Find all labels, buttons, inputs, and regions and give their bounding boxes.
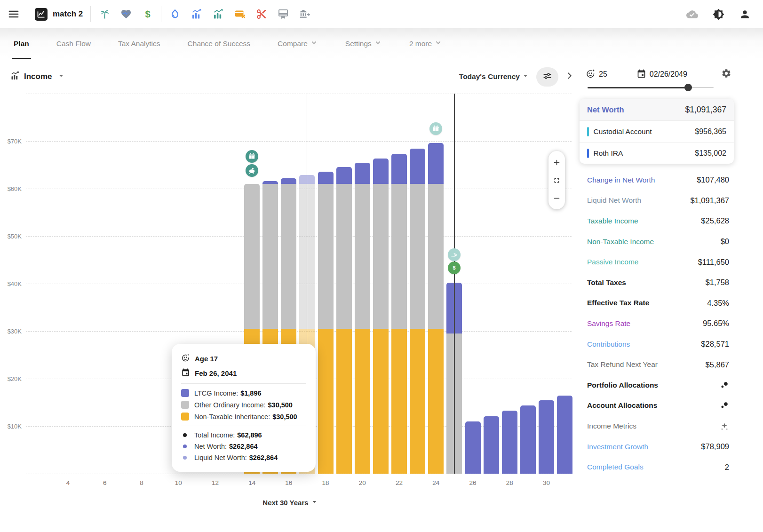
event-gift-icon[interactable] — [246, 150, 258, 163]
bar-age-21-ordinary[interactable] — [373, 184, 389, 329]
toolbar-divider — [161, 6, 161, 22]
chart-filters-button[interactable] — [536, 67, 558, 87]
chart-growth-icon[interactable] — [212, 8, 224, 20]
bar-age-31-ltcg[interactable] — [557, 396, 572, 474]
stat-row-income-metrics[interactable]: Income Metrics — [587, 416, 729, 437]
bar-age-16-ltcg[interactable] — [281, 178, 296, 184]
tab-2-more[interactable]: 2 more — [396, 28, 456, 59]
tab-settings[interactable]: Settings — [332, 28, 396, 59]
bar-age-21-ltcg[interactable] — [373, 159, 389, 184]
account-row[interactable]: Roth IRA$135,002 — [580, 143, 734, 164]
bar-age-22-inheritance[interactable] — [391, 329, 407, 474]
total-dot — [183, 456, 187, 460]
bubble-chart-icon[interactable] — [720, 381, 729, 390]
bar-age-22-ltcg[interactable] — [391, 154, 407, 184]
metric-selector[interactable]: Income — [10, 71, 66, 82]
bar-age-23-ordinary[interactable] — [410, 184, 425, 329]
bar-age-20-ltcg[interactable] — [355, 163, 370, 183]
bar-age-18-inheritance[interactable] — [318, 329, 334, 474]
palm-tree-icon[interactable] — [98, 8, 110, 20]
stat-row-effective-tax-rate[interactable]: Effective Tax Rate4.35% — [587, 293, 729, 314]
account-row[interactable]: Custodial Account$956,365 — [580, 121, 734, 143]
net-worth-header-row[interactable]: Net Worth $1,091,367 — [580, 99, 734, 121]
water-drop-icon[interactable] — [169, 8, 181, 20]
fullscreen-button[interactable] — [552, 175, 562, 185]
net-worth-title: Net Worth — [587, 105, 624, 114]
stat-row-portfolio-allocations[interactable]: Portfolio Allocations — [587, 375, 729, 396]
chart-growth-icon[interactable] — [191, 8, 202, 20]
bar-age-27-ltcg[interactable] — [484, 416, 499, 474]
event-piggy-bank-icon[interactable] — [246, 164, 258, 177]
date-display[interactable]: 02/26/2049 — [636, 69, 687, 80]
stat-row-tax-refund-next-year[interactable]: Tax Refund Next Year$5,867 — [587, 354, 729, 375]
stat-row-total-taxes[interactable]: Total Taxes$1,758 — [587, 272, 729, 293]
stat-label: Contributions — [587, 340, 630, 349]
stat-row-taxable-income[interactable]: Taxable Income$25,628 — [587, 211, 729, 231]
bar-age-19-ordinary[interactable] — [336, 184, 352, 329]
bar-age-15-ltcg[interactable] — [262, 181, 278, 184]
bar-age-14-ordinary[interactable] — [244, 184, 260, 329]
tab-tax-analytics[interactable]: Tax Analytics — [104, 28, 174, 59]
stat-row-change-in-net-worth[interactable]: Change in Net Worth$107,480 — [587, 170, 729, 191]
timeframe-selector[interactable]: Next 30 Years — [262, 497, 318, 508]
series-value: $1,896 — [240, 389, 261, 397]
gear-icon[interactable] — [721, 68, 731, 80]
bar-age-26-ltcg[interactable] — [465, 421, 481, 474]
bar-age-23-ltcg[interactable] — [410, 149, 425, 184]
total-label: Net Worth: — [194, 443, 227, 450]
bar-age-28-ltcg[interactable] — [502, 411, 517, 474]
stat-row-passive-income[interactable]: Passive Income$111,650 — [587, 252, 729, 272]
bar-age-24-ordinary[interactable] — [428, 184, 444, 329]
sparkle-x-icon[interactable] — [720, 421, 729, 431]
bar-age-15-ordinary[interactable] — [262, 184, 278, 329]
scissors-icon[interactable] — [255, 8, 267, 20]
bar-age-20-inheritance[interactable] — [355, 329, 370, 474]
card-x-icon[interactable] — [234, 8, 246, 20]
bar-age-22-ordinary[interactable] — [391, 184, 407, 329]
heart-pulse-icon[interactable] — [120, 8, 132, 20]
theme-toggle-icon[interactable] — [713, 8, 724, 20]
zoom-in-button[interactable] — [552, 157, 562, 167]
bar-age-20-ordinary[interactable] — [355, 184, 370, 329]
certificate-icon[interactable] — [277, 8, 289, 20]
bar-age-30-ltcg[interactable] — [539, 400, 554, 474]
stat-row-account-allocations[interactable]: Account Allocations — [587, 396, 729, 416]
event-bird-icon[interactable] — [448, 248, 461, 261]
slider-thumb[interactable] — [684, 84, 692, 91]
currency-selector[interactable]: Today's Currency — [459, 71, 530, 82]
tab-cash-flow[interactable]: Cash Flow — [43, 28, 104, 59]
stat-row-savings-rate[interactable]: Savings Rate95.65% — [587, 313, 729, 334]
bar-age-18-ordinary[interactable] — [318, 184, 334, 329]
stat-row-non-taxable-income[interactable]: Non-Taxable Income$0 — [587, 231, 729, 252]
stat-row-completed-goals[interactable]: Completed Goals2 — [587, 457, 729, 477]
tab-compare[interactable]: Compare — [264, 28, 332, 59]
x-axis-title-row: Next 30 Years — [0, 497, 581, 508]
dollar-icon[interactable]: $ — [142, 8, 153, 20]
bar-age-29-ltcg[interactable] — [520, 405, 536, 474]
account-icon[interactable] — [739, 8, 751, 20]
event-gift-icon[interactable] — [429, 122, 442, 135]
stat-row-liquid-net-worth[interactable]: Liquid Net Worth$1,091,367 — [587, 191, 729, 211]
cloud-synced-icon[interactable] — [686, 8, 698, 20]
stat-row-contributions[interactable]: Contributions$28,571 — [587, 334, 729, 355]
bar-age-19-inheritance[interactable] — [336, 329, 352, 474]
zoom-out-button[interactable] — [552, 193, 562, 203]
tab-plan[interactable]: Plan — [0, 28, 43, 59]
tab-chance-of-success[interactable]: Chance of Success — [174, 28, 264, 59]
bar-age-18-ltcg[interactable] — [318, 172, 334, 184]
bar-age-21-inheritance[interactable] — [373, 329, 389, 474]
bubble-chart-icon[interactable] — [720, 401, 729, 410]
event-dollar-circle-icon[interactable]: $ — [448, 262, 461, 274]
menu-icon[interactable] — [7, 7, 21, 21]
year-slider[interactable] — [588, 84, 714, 91]
bar-age-16-ordinary[interactable] — [281, 184, 296, 329]
chevron-right-icon[interactable] — [564, 71, 574, 82]
bank-transfer-icon[interactable] — [299, 8, 310, 20]
bar-age-19-ltcg[interactable] — [336, 167, 352, 184]
bar-age-23-inheritance[interactable] — [410, 329, 425, 474]
bar-age-24-ltcg[interactable] — [428, 143, 444, 184]
stat-row-investment-growth[interactable]: Investment Growth$78,909 — [587, 437, 729, 457]
bar-age-24-inheritance[interactable] — [428, 329, 444, 474]
gridline — [26, 331, 572, 332]
y-axis-tick-label: $40K — [0, 280, 22, 287]
